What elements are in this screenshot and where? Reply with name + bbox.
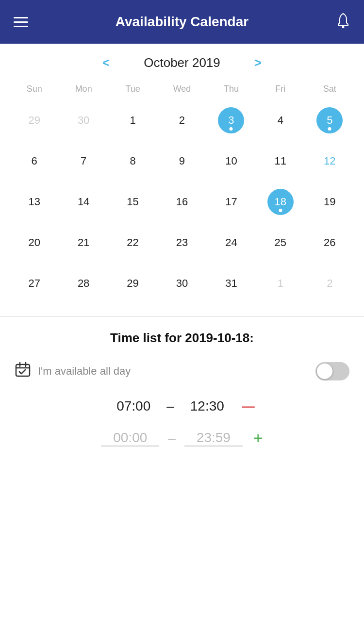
bell-button[interactable] — [336, 13, 350, 32]
cal-cell-w1d3[interactable]: 9 — [157, 142, 206, 181]
day-header-sat: Sat — [305, 80, 354, 98]
cal-cell-w3d0[interactable]: 20 — [10, 223, 59, 262]
cal-cell-w1d1[interactable]: 7 — [59, 142, 108, 181]
add-time-button[interactable]: + — [253, 429, 263, 447]
cal-cell-w4d3[interactable]: 30 — [157, 264, 206, 303]
cal-cell-w4d1[interactable]: 28 — [59, 264, 108, 303]
cal-cell-w0d4[interactable]: 3 — [207, 101, 256, 140]
menu-line-3 — [14, 26, 28, 27]
time-range-row-1: 07:00 – 12:30 — — [15, 398, 349, 414]
cal-cell-w4d5[interactable]: 1 — [256, 264, 305, 303]
cal-cell-w3d6[interactable]: 26 — [305, 223, 354, 262]
prev-month-button[interactable]: < — [98, 55, 115, 70]
menu-button[interactable] — [14, 17, 28, 27]
cal-cell-w3d5[interactable]: 25 — [256, 223, 305, 262]
cal-cell-w3d4[interactable]: 24 — [207, 223, 256, 262]
day-header-sun: Sun — [10, 80, 59, 98]
calendar-section: < October 2019 > SunMonTueWedThuFriSat 2… — [0, 44, 364, 308]
day-header-fri: Fri — [256, 80, 305, 98]
cal-cell-w4d6[interactable]: 2 — [305, 264, 354, 303]
day-header-thu: Thu — [207, 80, 256, 98]
cal-cell-w2d4[interactable]: 17 — [207, 182, 256, 221]
cal-cell-w4d4[interactable]: 31 — [207, 264, 256, 303]
cal-cell-w2d5[interactable]: 18 — [256, 182, 305, 221]
cal-cell-w0d1[interactable]: 30 — [59, 101, 108, 140]
cal-cell-w0d5[interactable]: 4 — [256, 101, 305, 140]
all-day-row: I'm available all day — [15, 361, 349, 381]
page-title: Availability Calendar — [116, 14, 248, 30]
cal-cell-w0d0[interactable]: 29 — [10, 101, 59, 140]
menu-line-2 — [14, 21, 28, 23]
app-header: Availability Calendar — [0, 0, 364, 44]
svg-point-0 — [342, 26, 345, 28]
cal-cell-w0d3[interactable]: 2 — [157, 101, 206, 140]
toggle-knob — [317, 364, 332, 379]
cal-cell-w1d0[interactable]: 6 — [10, 142, 59, 181]
cal-cell-w1d6[interactable]: 12 — [305, 142, 354, 181]
svg-rect-1 — [16, 364, 30, 376]
cal-cell-w3d3[interactable]: 23 — [157, 223, 206, 262]
month-nav: < October 2019 > — [10, 55, 354, 70]
calendar-grid: 2930123456789101112131415161718192021222… — [10, 101, 354, 303]
menu-line-1 — [14, 17, 28, 18]
time-start-1[interactable]: 07:00 — [109, 398, 158, 414]
all-day-label: I'm available all day — [38, 365, 315, 378]
time-section: Time list for 2019-10-18: I'm available … — [0, 317, 364, 472]
cal-cell-w1d2[interactable]: 8 — [108, 142, 157, 181]
calendar-check-icon — [15, 361, 31, 381]
cal-cell-w3d2[interactable]: 22 — [108, 223, 157, 262]
cal-cell-w1d4[interactable]: 10 — [207, 142, 256, 181]
month-label: October 2019 — [144, 55, 220, 70]
all-day-toggle[interactable] — [315, 362, 349, 380]
cal-cell-w2d6[interactable]: 19 — [305, 182, 354, 221]
time-dash-1: – — [166, 398, 174, 414]
time-end-new[interactable]: 23:59 — [184, 430, 243, 446]
time-end-1[interactable]: 12:30 — [183, 398, 232, 414]
cal-cell-w0d2[interactable]: 1 — [108, 101, 157, 140]
cal-cell-w2d2[interactable]: 15 — [108, 182, 157, 221]
cal-cell-w2d0[interactable]: 13 — [10, 182, 59, 221]
cal-cell-w3d1[interactable]: 21 — [59, 223, 108, 262]
cal-cell-w0d6[interactable]: 5 — [305, 101, 354, 140]
cal-cell-w4d0[interactable]: 27 — [10, 264, 59, 303]
cal-cell-w4d2[interactable]: 29 — [108, 264, 157, 303]
day-header-wed: Wed — [157, 80, 206, 98]
cal-cell-w2d3[interactable]: 16 — [157, 182, 206, 221]
time-section-title: Time list for 2019-10-18: — [15, 331, 349, 346]
day-headers: SunMonTueWedThuFriSat — [10, 80, 354, 98]
next-month-button[interactable]: > — [249, 55, 266, 70]
time-dash-new: – — [168, 430, 176, 446]
day-header-mon: Mon — [59, 80, 108, 98]
remove-time-button-1[interactable]: — — [242, 399, 255, 414]
time-start-new[interactable]: 00:00 — [101, 430, 159, 446]
cal-cell-w2d1[interactable]: 14 — [59, 182, 108, 221]
time-range-row-new: 00:00 – 23:59 + — [15, 429, 349, 447]
cal-cell-w1d5[interactable]: 11 — [256, 142, 305, 181]
day-header-tue: Tue — [108, 80, 157, 98]
